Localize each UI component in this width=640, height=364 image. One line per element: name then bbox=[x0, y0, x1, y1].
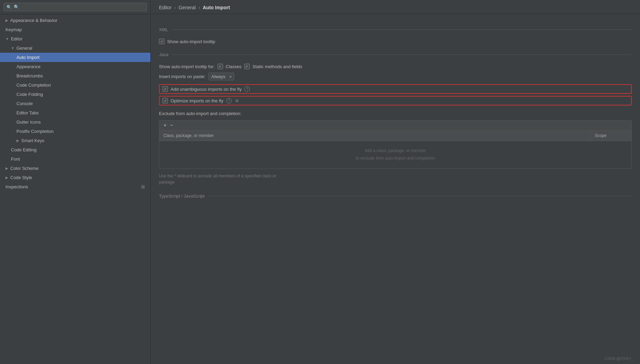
content-area: Editor › General › Auto Import XML Show … bbox=[151, 0, 640, 364]
table-header: Class, package, or member Scope bbox=[159, 130, 631, 141]
sidebar-item-smart-keys[interactable]: ▶ Smart Keys bbox=[0, 136, 150, 145]
sidebar-navigation: ▶ Appearance & Behavior Keymap ▼ Editor … bbox=[0, 14, 150, 364]
add-imports-help-icon[interactable]: ? bbox=[244, 86, 250, 92]
add-imports-checkbox[interactable] bbox=[162, 86, 168, 92]
optimize-imports-label: Optimize imports on the fly bbox=[171, 98, 223, 103]
exclude-section: Exclude from auto-import and completion:… bbox=[159, 111, 632, 185]
breadcrumb-general: General bbox=[179, 5, 196, 10]
optimize-imports-checkbox[interactable] bbox=[162, 98, 168, 103]
add-imports-row: Add unambiguous imports on the fly ? bbox=[159, 84, 632, 94]
sidebar-item-editor-tabs[interactable]: Editor Tabs bbox=[0, 108, 150, 117]
breadcrumb-editor: Editor bbox=[159, 5, 172, 10]
java-static-checkbox[interactable] bbox=[244, 64, 250, 69]
chevron-right-icon: ▶ bbox=[5, 18, 8, 22]
typescript-section-label: TypeScript / JavaScript bbox=[159, 193, 205, 199]
insert-imports-label: Insert imports on paste: bbox=[159, 74, 206, 79]
search-bar: 🔍 bbox=[0, 0, 150, 14]
remove-button[interactable]: − bbox=[169, 123, 174, 128]
sidebar-item-keymap[interactable]: Keymap bbox=[0, 25, 150, 34]
chevron-down-icon: ▼ bbox=[5, 37, 9, 41]
chevron-right-icon: ▶ bbox=[5, 166, 8, 170]
insert-imports-dropdown-wrapper[interactable]: Always Ask Never ▼ bbox=[208, 73, 234, 80]
java-static-label: Static methods and fields bbox=[253, 64, 302, 69]
table-col-scope: Scope bbox=[590, 130, 631, 141]
java-classes-label: Classes bbox=[226, 64, 242, 69]
add-imports-label: Add unambiguous imports on the fly bbox=[171, 87, 242, 92]
sidebar-item-code-editing[interactable]: Code Editing bbox=[0, 145, 150, 154]
wildcard-note: Use the * wildcard to exclude all member… bbox=[159, 173, 632, 185]
sidebar-item-color-scheme[interactable]: ▶ Color Scheme bbox=[0, 164, 150, 173]
attribution: CSDN @ITKEY_ bbox=[605, 356, 633, 361]
typescript-section-header: TypeScript / JavaScript bbox=[159, 193, 632, 199]
chevron-right-icon: ▶ bbox=[16, 139, 19, 142]
sidebar-item-editor[interactable]: ▼ Editor bbox=[0, 34, 150, 43]
search-icon: 🔍 bbox=[7, 5, 12, 10]
sidebar-item-code-folding[interactable]: Code Folding bbox=[0, 90, 150, 99]
xml-auto-import-tooltip-row: Show auto-import tooltip bbox=[159, 37, 632, 46]
java-section-header: Java bbox=[159, 52, 632, 57]
sidebar-item-code-completion[interactable]: Code Completion bbox=[0, 80, 150, 90]
breadcrumb-sep-1: › bbox=[174, 5, 176, 10]
sidebar-item-postfix-completion[interactable]: Postfix Completion bbox=[0, 127, 150, 136]
table-toolbar: + − bbox=[159, 121, 631, 130]
java-tooltip-label: Show auto-import tooltip for: bbox=[159, 64, 215, 69]
optimize-imports-help-icon[interactable]: ? bbox=[226, 98, 232, 103]
breadcrumb-sep-2: › bbox=[198, 5, 200, 10]
java-section-line bbox=[172, 54, 632, 55]
sidebar-item-appearance[interactable]: Appearance bbox=[0, 62, 150, 71]
xml-section-header: XML bbox=[159, 27, 632, 32]
xml-auto-import-tooltip-label: Show auto-import tooltip bbox=[167, 39, 215, 44]
table-empty-message: Add a class, package, or member to exclu… bbox=[356, 147, 435, 162]
chevron-down-icon: ▼ bbox=[11, 46, 14, 50]
table-col-class: Class, package, or member bbox=[159, 130, 590, 141]
sidebar: 🔍 ▶ Appearance & Behavior Keymap ▼ Edito… bbox=[0, 0, 151, 364]
optimize-imports-row: Optimize imports on the fly ? ⊞ bbox=[159, 96, 632, 105]
add-button[interactable]: + bbox=[163, 123, 167, 128]
java-section-label: Java bbox=[159, 52, 168, 57]
search-input[interactable] bbox=[14, 4, 144, 10]
xml-section-label: XML bbox=[159, 27, 168, 32]
java-classes-checkbox[interactable] bbox=[218, 64, 223, 69]
optimize-imports-edit-icon[interactable]: ⊞ bbox=[234, 98, 240, 103]
sidebar-item-gutter-icons[interactable]: Gutter Icons bbox=[0, 117, 150, 127]
sidebar-item-console[interactable]: Console bbox=[0, 99, 150, 108]
exclude-table-container: + − Class, package, or member Scope Add … bbox=[159, 120, 632, 169]
sidebar-item-appearance-behavior[interactable]: ▶ Appearance & Behavior bbox=[0, 16, 150, 25]
sidebar-item-code-style[interactable]: ▶ Code Style bbox=[0, 173, 150, 182]
search-input-wrapper[interactable]: 🔍 bbox=[3, 3, 147, 11]
sidebar-item-auto-import[interactable]: Auto Import bbox=[0, 53, 150, 62]
sidebar-item-breadcrumbs[interactable]: Breadcrumbs bbox=[0, 71, 150, 80]
table-body: Add a class, package, or member to exclu… bbox=[159, 141, 631, 168]
sidebar-item-font[interactable]: Font bbox=[0, 154, 150, 164]
settings-icon: ⊞ bbox=[141, 184, 145, 189]
java-tooltip-row: Show auto-import tooltip for: Classes St… bbox=[159, 62, 632, 71]
sidebar-item-inspections[interactable]: Inspections ⊞ bbox=[0, 182, 150, 191]
xml-section-line bbox=[172, 29, 632, 30]
insert-imports-row: Insert imports on paste: Always Ask Neve… bbox=[159, 71, 632, 82]
xml-auto-import-tooltip-checkbox[interactable] bbox=[159, 39, 164, 44]
breadcrumb-auto-import: Auto Import bbox=[203, 5, 230, 10]
breadcrumb: Editor › General › Auto Import bbox=[151, 0, 640, 14]
sidebar-item-general[interactable]: ▼ General bbox=[0, 43, 150, 53]
insert-imports-select[interactable]: Always Ask Never bbox=[208, 73, 234, 80]
typescript-section-line bbox=[208, 196, 632, 196]
exclude-label: Exclude from auto-import and completion: bbox=[159, 111, 632, 116]
chevron-right-icon: ▶ bbox=[5, 176, 8, 179]
content-scroll: XML Show auto-import tooltip Java Show a… bbox=[151, 14, 640, 364]
